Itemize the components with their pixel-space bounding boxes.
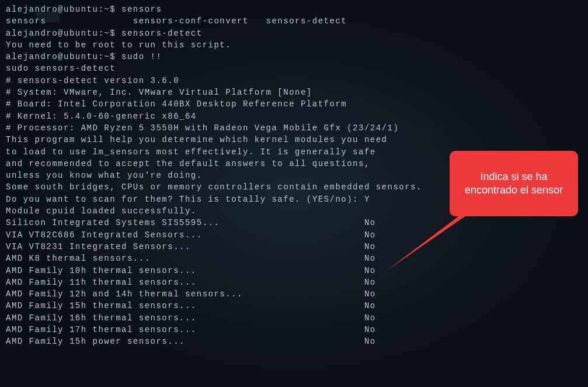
sensor-row: AMD Family 17h thermal sensors... No	[6, 324, 582, 336]
sensor-row: AMD Family 15h power sensors... No	[6, 336, 582, 347]
sensor-row: VIA VT8231 Integrated Sensors... No	[6, 241, 582, 253]
prompt-line-2: alejandro@ubuntu:~$ sensors-detect	[6, 27, 582, 39]
processor-line: # Processor: AMD Ryzen 5 3550H with Rade…	[6, 122, 582, 134]
sensor-row: AMD Family 10h thermal sensors... No	[6, 265, 582, 277]
sudo-echo-line: sudo sensors-detect	[6, 63, 582, 74]
sensor-row: AMD Family 11h thermal sensors... No	[6, 277, 582, 288]
board-line: # Board: Intel Corporation 440BX Desktop…	[6, 98, 582, 110]
sensor-detection-list: Silicon Integrated Systems SIS5595... No…	[6, 217, 582, 347]
help-text-4: unless you know what you're doing.	[6, 170, 582, 181]
root-required-message: You need to be root to run this script.	[6, 39, 582, 51]
help-text-2: to load to use lm_sensors most effective…	[6, 146, 582, 158]
sensor-row: VIA VT82C686 Integrated Sensors... No	[6, 229, 582, 241]
kernel-line: # Kernel: 5.4.0-60-generic x86_64	[6, 110, 582, 122]
module-loaded-line: Module cpuid loaded successfully.	[6, 205, 582, 217]
sensor-row: Silicon Integrated Systems SIS5595... No	[6, 217, 582, 229]
prompt-line-1: alejandro@ubuntu:~$ sensors	[6, 4, 582, 15]
southbridge-text-1: Some south bridges, CPUs or memory contr…	[6, 181, 582, 193]
tab-completion-line: sensors sensors-conf-convert sensors-det…	[6, 15, 582, 27]
prompt-line-3: alejandro@ubuntu:~$ sudo !!	[6, 51, 582, 63]
help-text-1: This program will help you determine whi…	[6, 134, 582, 146]
system-line: # System: VMware, Inc. VMware Virtual Pl…	[6, 87, 582, 98]
sensor-row: AMD K8 thermal sensors... No	[6, 253, 582, 264]
version-line: # sensors-detect version 3.6.0	[6, 75, 582, 87]
sensor-row: AMD Family 12h and 14h thermal sensors..…	[6, 288, 582, 300]
sensor-row: AMD Family 16h thermal sensors... No	[6, 312, 582, 324]
sensor-row: AMD Family 15h thermal sensors... No	[6, 300, 582, 312]
scan-prompt[interactable]: Do you want to scan for them? This is to…	[6, 194, 582, 205]
help-text-3: and recommended to accept the default an…	[6, 158, 582, 170]
terminal-output[interactable]: alejandro@ubuntu:~$ sensors sensors sens…	[6, 4, 582, 348]
